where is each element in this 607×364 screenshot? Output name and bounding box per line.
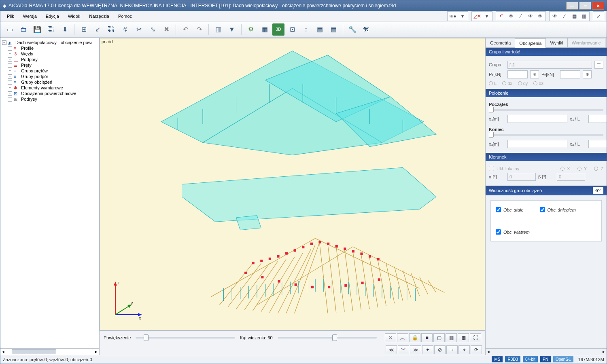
snap-icon[interactable]: ⌖	[458, 345, 470, 354]
nav-left-icon[interactable]: ≪	[386, 345, 397, 354]
chk-sniegiem[interactable]: Obc. śniegiem	[540, 207, 576, 212]
tab-wyniki[interactable]: Wyniki	[545, 38, 567, 47]
expand-icon[interactable]: +	[8, 52, 12, 56]
collapse-icon[interactable]: −	[2, 40, 6, 45]
expand-icon[interactable]: +	[8, 74, 12, 79]
sort-icon[interactable]: ↕	[300, 23, 312, 36]
nav-down-icon[interactable]: ︾	[398, 345, 409, 354]
p1-link-icon[interactable]: ❄	[530, 70, 539, 78]
copy-icon[interactable]: ⿻	[105, 23, 117, 36]
matrix-icon[interactable]: ⊡	[286, 23, 298, 36]
menu-wersja[interactable]: Wersja	[19, 12, 41, 20]
new-icon[interactable]: ▭	[4, 23, 16, 36]
expand-icon[interactable]: +	[8, 91, 12, 96]
angle-slider[interactable]	[278, 337, 377, 339]
tree-item[interactable]: Podpory	[21, 57, 38, 62]
maximize-button[interactable]: ▭	[579, 2, 591, 10]
right-panel-scrollbar[interactable]: ◂▸	[486, 348, 607, 355]
visibility-toggle-icon[interactable]: 👁"	[593, 187, 603, 194]
eye-slash-icon[interactable]: ∕	[560, 13, 569, 20]
filter-icon[interactable]: ▼	[226, 23, 238, 36]
load-arrows-icon[interactable]: ↯	[119, 23, 131, 36]
tree-root-label[interactable]: Dach wielopołaciowy - obciążenie powi	[15, 40, 92, 45]
view-opt-icon[interactable]: ≋●	[448, 13, 457, 20]
angle-icon[interactable]: ◿✕	[473, 13, 482, 20]
tree-item[interactable]: Grupy obciążeń	[21, 80, 52, 85]
tree-item[interactable]: Profile	[21, 46, 34, 51]
deselect-icon[interactable]: ⊘	[434, 345, 446, 354]
end-slider[interactable]	[489, 134, 603, 136]
expand-icon[interactable]: +	[8, 97, 12, 102]
nav-right-icon[interactable]: ≫	[410, 345, 421, 354]
grupa-select[interactable]	[507, 61, 592, 69]
3d-icon[interactable]: 3D	[272, 23, 284, 36]
tree-scrollbar[interactable]: ◂ ▸	[0, 348, 99, 355]
view-wire-icon[interactable]: ▢	[433, 333, 445, 342]
eye-icon[interactable]: 👁	[526, 13, 535, 20]
axis-icon[interactable]: ⤡	[146, 23, 159, 36]
dropdown-icon[interactable]: ▾	[458, 13, 467, 20]
view-up-icon[interactable]: ︽	[397, 333, 408, 342]
minimize-button[interactable]: —	[566, 2, 578, 10]
chk-stale[interactable]: Obc. stałe	[496, 207, 524, 212]
x2-input[interactable]	[507, 140, 567, 148]
view-grid2-icon[interactable]: ▩	[458, 333, 469, 342]
lock-icon[interactable]: 🔒	[409, 333, 420, 342]
grupa-pick-button[interactable]: ☰	[594, 61, 603, 69]
x2L-input[interactable]	[588, 140, 607, 148]
expand-icon[interactable]: +	[8, 69, 12, 73]
undo-icon[interactable]: ↶	[179, 23, 191, 36]
tree-item[interactable]: Pręty	[21, 63, 32, 68]
view-solid-icon[interactable]: ■	[421, 333, 433, 342]
view-reset-icon[interactable]: ⤫	[385, 333, 396, 342]
grid-tool-icon[interactable]: ⊞	[78, 23, 90, 36]
menu-edycja[interactable]: Edycja	[42, 12, 63, 20]
eye-icon[interactable]: 👁	[536, 13, 545, 20]
expand-icon[interactable]: +	[8, 63, 12, 68]
redo-icon[interactable]: ↷	[193, 23, 205, 36]
project-tree[interactable]: − ◭ Dach wielopołaciowy - obciążenie pow…	[0, 38, 99, 348]
refresh-icon[interactable]: ⟳	[471, 345, 482, 354]
eye-icon[interactable]: 👁	[507, 13, 516, 20]
view-fit-icon[interactable]: ⛶	[470, 333, 481, 342]
node-icon[interactable]: •"	[497, 13, 506, 20]
x1L-input[interactable]	[588, 115, 607, 123]
tree-item[interactable]: Elementy wymiarowe	[21, 85, 63, 90]
expand-icon[interactable]: +	[8, 80, 12, 85]
export-icon[interactable]: ⬇	[59, 23, 71, 36]
tree-item[interactable]: Grupy prętów	[21, 68, 48, 73]
p2-input[interactable]	[560, 70, 580, 78]
wrench-icon[interactable]: 🔧	[346, 23, 359, 36]
expand-icon[interactable]: +	[8, 86, 12, 90]
tree-item[interactable]: Węzły	[21, 51, 33, 56]
menu-pomoc[interactable]: Pomoc	[114, 12, 136, 20]
view-grid-icon[interactable]: ▦	[446, 333, 457, 342]
tree-item[interactable]: Grupy podpór	[21, 74, 48, 79]
save-icon[interactable]: 💾	[31, 23, 43, 36]
tab-geometria[interactable]: Geometria	[486, 38, 515, 47]
grid-icon[interactable]: ▥	[579, 13, 588, 20]
expand-icon[interactable]: ⤢	[594, 13, 603, 20]
eye-icon[interactable]: 👁	[550, 13, 559, 20]
grid-icon[interactable]: ▦	[570, 13, 579, 20]
barcode-icon[interactable]: ▥	[212, 23, 224, 36]
cut-icon[interactable]: ✂	[133, 23, 145, 36]
start-slider[interactable]	[489, 109, 603, 111]
p2-link-icon[interactable]: ❄	[583, 70, 592, 78]
x1-input[interactable]	[507, 115, 567, 123]
eye-slash-icon[interactable]: ∕	[516, 13, 525, 20]
add-node-icon[interactable]: ↙	[91, 23, 104, 36]
report-icon[interactable]: ▤	[327, 23, 340, 36]
3d-viewport[interactable]: przód	[100, 38, 485, 330]
tree-item[interactable]: Podrysy	[21, 97, 37, 102]
dropdown-icon[interactable]: ▾	[482, 13, 491, 20]
delete-icon[interactable]: ✖	[160, 23, 172, 36]
open-icon[interactable]: 🗀	[17, 23, 30, 36]
calculator-icon[interactable]: ▤	[314, 23, 326, 36]
tree-item[interactable]: Obciążenia powierzchniowe	[21, 91, 76, 96]
chk-wiatrem[interactable]: Obc. wiatrem	[496, 229, 596, 235]
tools-icon[interactable]: 🛠	[360, 23, 372, 36]
expand-icon[interactable]: +	[8, 46, 12, 51]
tab-obciazenia[interactable]: Obciążenia	[515, 38, 546, 48]
menu-widok[interactable]: Widok	[64, 12, 85, 20]
